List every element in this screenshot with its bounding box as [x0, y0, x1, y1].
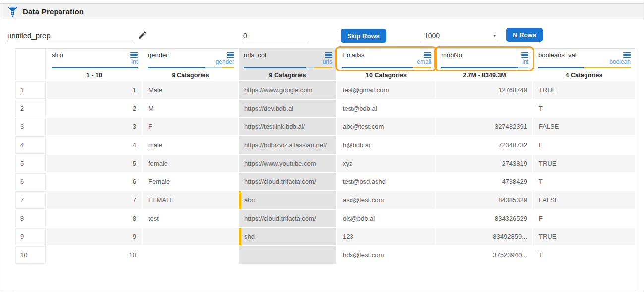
- hamburger-menu-icon[interactable]: [623, 52, 631, 58]
- table-cell[interactable]: 2743819: [436, 155, 532, 173]
- table-cell[interactable]: test@bsd.ashd: [337, 173, 435, 191]
- table-cell[interactable]: F: [143, 118, 238, 136]
- table-cell[interactable]: https://dev.bdb.ai: [239, 100, 336, 118]
- hamburger-menu-icon[interactable]: [424, 52, 431, 58]
- table-cell[interactable]: TRUE: [533, 228, 635, 246]
- table-cell[interactable]: T: [533, 100, 635, 118]
- column-header-name-row: Emailss: [342, 51, 431, 58]
- data-preparation-window: Data Preparation Skip Rows 1000 ▾ N Rows…: [0, 0, 644, 292]
- table-cell[interactable]: Female: [143, 173, 238, 191]
- skip-rows-button[interactable]: Skip Rows: [341, 29, 386, 43]
- funnel-icon: [7, 6, 18, 17]
- table-cell[interactable]: [143, 228, 238, 246]
- column-summary: 9 Catagories: [239, 71, 336, 81]
- table-cell[interactable]: 327482391: [436, 118, 532, 136]
- column-type-label: urls: [244, 59, 332, 65]
- table-cell[interactable]: T: [533, 246, 635, 265]
- table-cell[interactable]: h@bdb.ai: [337, 136, 435, 155]
- hamburger-menu-icon[interactable]: [130, 52, 138, 58]
- table-cell[interactable]: https://www.youtube.com: [239, 155, 336, 173]
- table-cell[interactable]: abc@test.com: [337, 118, 435, 136]
- table-cell[interactable]: FALSE: [533, 118, 635, 136]
- column-header-booleans_val[interactable]: booleans_valboolean: [533, 49, 635, 71]
- table-cell[interactable]: https://testlink.bdb.ai/: [239, 118, 336, 136]
- edit-name-button[interactable]: [135, 28, 149, 42]
- column-name: booleans_val: [538, 51, 577, 58]
- table-cell[interactable]: TRUE: [533, 81, 635, 100]
- table-cell[interactable]: TRUE: [533, 155, 635, 173]
- table-cell[interactable]: https://www.google.com: [239, 81, 336, 100]
- table-cell[interactable]: 123: [337, 228, 435, 246]
- table-cell[interactable]: 37523940...: [436, 246, 532, 265]
- pencil-icon: [138, 30, 147, 40]
- column-name: urls_col: [244, 51, 266, 58]
- table-cell[interactable]: 5: [47, 155, 142, 173]
- prep-name-input[interactable]: [7, 28, 134, 43]
- table-cell[interactable]: 4: [47, 136, 142, 155]
- table-cell[interactable]: https://cloud.trifacta.com/: [239, 210, 336, 228]
- column-quality-bar: [441, 67, 528, 68]
- table-cell[interactable]: 834326529: [436, 210, 532, 228]
- table-cell[interactable]: 2: [47, 100, 142, 118]
- table-cell[interactable]: https://cloud.trifacta.com/: [239, 173, 336, 191]
- row-index-cell: 1: [15, 81, 46, 99]
- hamburger-menu-icon[interactable]: [521, 52, 528, 58]
- table-cell[interactable]: 6: [47, 173, 142, 191]
- table-cell[interactable]: 84385329: [436, 191, 532, 210]
- table-cell[interactable]: 1: [47, 81, 142, 100]
- table-cell[interactable]: hds@test.com: [337, 246, 435, 265]
- table-cell[interactable]: abc: [239, 191, 336, 210]
- column-summary: 1 - 10: [47, 71, 142, 81]
- caret-down-icon: ▾: [493, 33, 496, 38]
- table-cell[interactable]: M: [143, 100, 238, 118]
- table-cell[interactable]: ols@bdb.ai: [337, 210, 435, 228]
- hamburger-menu-icon[interactable]: [325, 52, 332, 58]
- table-cell[interactable]: xyz: [337, 155, 435, 173]
- table-cell[interactable]: Male: [143, 81, 238, 100]
- data-table: slnointgendergenderurls_colurlsEmailssem…: [15, 48, 635, 291]
- table-cell[interactable]: 12768749: [436, 81, 532, 100]
- table-cell[interactable]: male: [143, 136, 238, 155]
- app-titlebar: Data Preparation: [0, 3, 644, 19]
- column-summary: 2.7M - 8349.3M: [436, 71, 532, 81]
- table-cell[interactable]: https://bdbizviz.atlassian.net/: [239, 136, 336, 155]
- table-cell[interactable]: 9: [47, 228, 142, 246]
- table-cell[interactable]: 3: [47, 118, 142, 136]
- table-cell[interactable]: test@gmail.com: [337, 81, 435, 100]
- table-cell[interactable]: [239, 246, 336, 265]
- table-cell[interactable]: test: [143, 210, 238, 228]
- n-rows-button[interactable]: N Rows: [506, 28, 543, 42]
- table-cell[interactable]: 4738429: [436, 173, 532, 191]
- table-cell[interactable]: shd: [239, 228, 336, 246]
- column-header-mobno[interactable]: mobNoint: [436, 49, 532, 71]
- table-cell[interactable]: 8: [47, 210, 142, 228]
- table-cell[interactable]: F: [533, 210, 635, 228]
- hamburger-menu-icon[interactable]: [227, 52, 234, 58]
- table-cell[interactable]: test@bdb.ai: [337, 100, 435, 118]
- table-cell[interactable]: 7: [47, 191, 142, 210]
- table-corner-cell: [15, 49, 46, 80]
- column-header-emailss[interactable]: Emailssemail: [337, 49, 435, 71]
- column-type-label: int: [441, 59, 528, 65]
- table-cell[interactable]: female: [143, 155, 238, 173]
- column-type-label: boolean: [538, 59, 631, 65]
- table-cell[interactable]: 83492859...: [436, 228, 532, 246]
- table-cell[interactable]: FEMALE: [143, 191, 238, 210]
- column-header-gender[interactable]: gendergender: [143, 49, 238, 71]
- table-cell[interactable]: 10: [47, 246, 142, 265]
- table-cell[interactable]: F: [533, 136, 635, 155]
- table-cell[interactable]: T: [533, 173, 635, 191]
- column-header-urls_col[interactable]: urls_colurls: [239, 49, 336, 71]
- table-cell[interactable]: [143, 246, 238, 265]
- table-cell[interactable]: asd@test.com: [337, 191, 435, 210]
- column-quality-bar: [538, 67, 631, 68]
- n-rows-select[interactable]: 1000 ▾: [423, 28, 499, 43]
- row-index-cell: 10: [15, 246, 46, 264]
- row-index-cell: 6: [15, 173, 46, 190]
- row-index-cell: 5: [15, 155, 46, 172]
- table-cell[interactable]: [436, 100, 532, 118]
- skip-rows-input[interactable]: [243, 28, 308, 43]
- table-cell[interactable]: 72348732: [436, 136, 532, 155]
- column-header-slno[interactable]: slnoint: [47, 49, 142, 71]
- table-cell[interactable]: FALSE: [533, 191, 635, 210]
